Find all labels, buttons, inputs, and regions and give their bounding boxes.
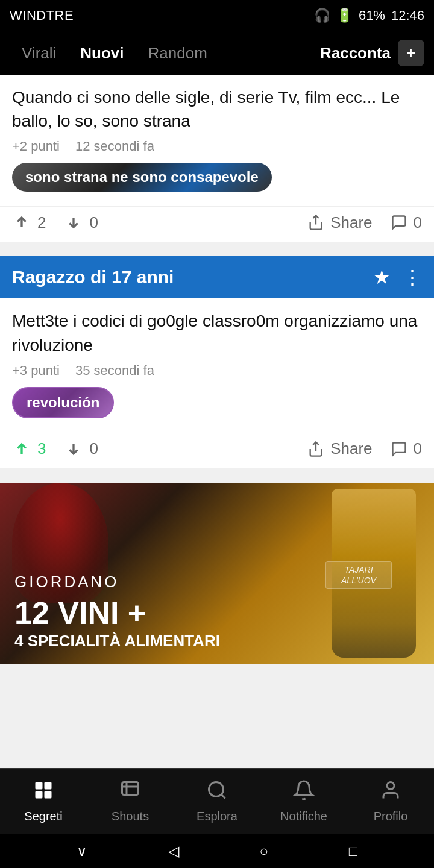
ad-bottle: TAJARI ALL'UOV xyxy=(332,489,416,658)
post-2-upvote-count: 3 xyxy=(37,439,46,458)
nav-tabs: Virali Nuovi Random Racconta + xyxy=(0,31,434,75)
nav-esplora[interactable]: Esplora xyxy=(174,779,260,823)
svg-point-13 xyxy=(209,782,224,797)
post-1-upvote[interactable]: 2 xyxy=(12,213,46,232)
post-2-body: Mett3te i codici di go0gle classro0m org… xyxy=(0,298,434,432)
ad-bottle-label: TAJARI ALL'UOV xyxy=(326,561,392,589)
racconta-area: Racconta + xyxy=(320,40,424,66)
post-1-time: 12 secondi fa xyxy=(75,139,154,154)
nav-notifiche-label: Notifiche xyxy=(280,810,327,823)
comment-icon-2 xyxy=(391,441,407,458)
shouts-icon xyxy=(119,779,141,806)
nav-esplora-label: Esplora xyxy=(197,810,237,823)
segreti-icon xyxy=(33,779,54,806)
post-2-header: Ragazzo di 17 anni ★ ⋮ xyxy=(0,256,434,298)
post-2-points: +3 punti xyxy=(12,363,60,378)
post-2-tag[interactable]: revolución xyxy=(12,387,114,418)
post-1-actions: 2 0 Share 0 xyxy=(0,206,434,242)
post-2-category: Ragazzo di 17 anni xyxy=(12,267,361,288)
android-recent-btn[interactable]: □ xyxy=(349,843,358,860)
racconta-label: Racconta xyxy=(320,44,391,63)
post-2-actions: 3 0 Share 0 xyxy=(0,433,434,468)
carrier: WINDTRE xyxy=(10,8,74,24)
card-divider-2 xyxy=(0,476,434,483)
battery-icon: 🔋 xyxy=(336,8,353,24)
post-2-comment-count: 0 xyxy=(414,439,422,458)
post-1-comment-count: 0 xyxy=(414,213,422,232)
post-2-text: Mett3te i codici di go0gle classro0m org… xyxy=(12,309,422,356)
add-post-button[interactable]: + xyxy=(398,40,424,66)
tab-random[interactable]: Random xyxy=(136,38,219,69)
post-1-downvote-count: 0 xyxy=(89,213,98,232)
post-1-upvote-count: 2 xyxy=(37,213,46,232)
nav-profilo[interactable]: Profilo xyxy=(347,779,434,823)
post-1-share[interactable]: Share xyxy=(307,213,372,232)
nav-shouts-label: Shouts xyxy=(112,810,149,823)
downvote-icon xyxy=(64,213,83,232)
android-down-btn[interactable]: ∨ xyxy=(77,843,87,860)
svg-rect-10 xyxy=(122,782,139,795)
upvote-icon xyxy=(12,213,31,232)
share-icon-2 xyxy=(307,441,324,458)
time: 12:46 xyxy=(391,8,424,24)
comment-icon xyxy=(391,214,407,231)
android-back-btn[interactable]: ◁ xyxy=(168,843,179,860)
headphone-icon: 🎧 xyxy=(314,8,330,24)
ad-headline: 12 VINI + xyxy=(14,597,220,629)
post-2-meta: +3 punti 35 secondi fa xyxy=(12,363,422,379)
post-1-meta: +2 punti 12 secondi fa xyxy=(12,139,422,154)
svg-rect-7 xyxy=(45,782,52,790)
post-2-share-label: Share xyxy=(330,439,372,458)
ad-content: GIORDANO 12 VINI + 4 SPECIALITÀ ALIMENTA… xyxy=(0,561,232,664)
svg-line-14 xyxy=(221,794,225,799)
post-2-comment[interactable]: 0 xyxy=(391,439,422,458)
post-2-time: 35 secondi fa xyxy=(75,363,154,378)
ad-card[interactable]: TAJARI ALL'UOV GIORDANO 12 VINI + 4 SPEC… xyxy=(0,483,434,664)
post-1-body: Quando ci sono delle sigle, di serie Tv,… xyxy=(0,75,434,206)
svg-point-15 xyxy=(387,782,394,790)
svg-rect-9 xyxy=(45,791,52,799)
tab-virali[interactable]: Virali xyxy=(10,38,68,69)
post-1-share-label: Share xyxy=(330,213,372,232)
profilo-icon xyxy=(380,779,401,806)
card-divider-1 xyxy=(0,249,434,256)
post-1-comment[interactable]: 0 xyxy=(391,213,422,232)
post-1-tag[interactable]: sono strana ne sono consapevole xyxy=(12,163,272,192)
svg-rect-8 xyxy=(36,791,43,799)
nav-notifiche[interactable]: Notifiche xyxy=(260,779,347,823)
nav-profilo-label: Profilo xyxy=(374,810,408,823)
android-home-btn[interactable]: ○ xyxy=(259,843,268,860)
share-icon xyxy=(307,214,324,231)
nav-segreti[interactable]: Segreti xyxy=(0,779,87,823)
ad-sub: 4 SPECIALITÀ ALIMENTARI xyxy=(14,631,220,652)
tab-nuovi[interactable]: Nuovi xyxy=(68,38,136,69)
ad-bottle-text: TAJARI ALL'UOV xyxy=(341,565,376,585)
post-card-2: Ragazzo di 17 anni ★ ⋮ Mett3te i codici … xyxy=(0,256,434,468)
notifiche-icon xyxy=(293,779,315,806)
post-1-text: Quando ci sono delle sigle, di serie Tv,… xyxy=(12,86,422,133)
battery-percent: 61% xyxy=(359,8,385,24)
ad-brand: GIORDANO xyxy=(14,573,220,591)
upvote-icon-2 xyxy=(12,439,31,459)
post-1-points: +2 punti xyxy=(12,139,60,154)
android-nav-bar: ∨ ◁ ○ □ xyxy=(0,834,434,868)
svg-rect-6 xyxy=(36,782,43,790)
post-2-share[interactable]: Share xyxy=(307,439,372,458)
status-right: 🎧 🔋 61% 12:46 xyxy=(314,8,424,24)
nav-segreti-label: Segreti xyxy=(24,810,62,823)
post-card-1: Quando ci sono delle sigle, di serie Tv,… xyxy=(0,75,434,242)
bottom-nav: Segreti Shouts Esplora Notifiche xyxy=(0,768,434,834)
post-2-downvote-count: 0 xyxy=(89,439,98,458)
nav-shouts[interactable]: Shouts xyxy=(87,779,174,823)
post-2-upvote[interactable]: 3 xyxy=(12,439,46,459)
star-icon[interactable]: ★ xyxy=(373,266,391,289)
post-1-downvote[interactable]: 0 xyxy=(64,213,98,232)
content-area: Quando ci sono delle sigle, di serie Tv,… xyxy=(0,75,434,768)
status-bar: WINDTRE 🎧 🔋 61% 12:46 xyxy=(0,0,434,31)
downvote-icon-2 xyxy=(64,439,83,459)
post-2-downvote[interactable]: 0 xyxy=(64,439,98,459)
more-options-icon[interactable]: ⋮ xyxy=(403,266,422,289)
esplora-icon xyxy=(206,779,228,806)
